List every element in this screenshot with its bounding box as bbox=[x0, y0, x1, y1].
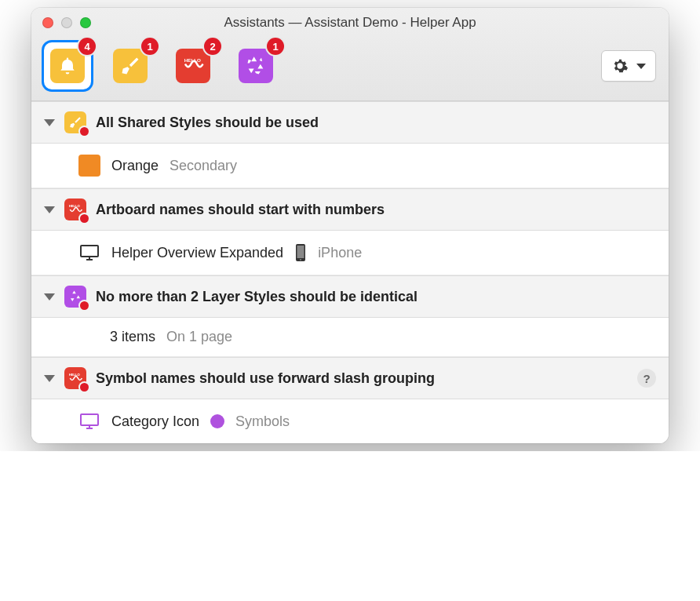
section-title: Artboard names should start with numbers bbox=[96, 202, 656, 218]
disclosure-triangle-icon[interactable] bbox=[44, 375, 55, 382]
tab-naming-badge: 2 bbox=[204, 38, 221, 55]
settings-menu-button[interactable] bbox=[601, 50, 656, 82]
page-dot-icon bbox=[210, 414, 224, 428]
warning-dot-icon bbox=[80, 301, 89, 310]
tab-naming[interactable]: HELLO 2 bbox=[170, 42, 217, 89]
window-title: Assistants — Assistant Demo - Helper App bbox=[31, 15, 669, 31]
section-title: All Shared Styles should be used bbox=[96, 115, 656, 131]
tab-all-badge: 4 bbox=[78, 38, 96, 55]
warning-dot-icon bbox=[80, 383, 89, 392]
artboard-icon bbox=[78, 242, 100, 264]
broom-icon bbox=[113, 49, 148, 83]
result-primary: 3 items bbox=[110, 329, 155, 345]
toolbar: 4 1 HELLO 2 bbox=[31, 38, 669, 100]
results-list: All Shared Styles should be used Orange … bbox=[31, 101, 669, 443]
tab-all[interactable]: 4 bbox=[44, 42, 91, 89]
warning-dot-icon bbox=[80, 127, 89, 136]
svg-text:HELLO: HELLO bbox=[69, 204, 81, 208]
tab-duplicates-badge: 1 bbox=[267, 38, 284, 55]
section-header[interactable]: No more than 2 Layer Styles should be id… bbox=[31, 275, 669, 318]
result-row[interactable]: Orange Secondary bbox=[31, 144, 669, 188]
iphone-icon bbox=[294, 242, 307, 264]
warning-dot-icon bbox=[80, 214, 89, 223]
hello-icon: HELLO bbox=[64, 199, 86, 220]
svg-rect-2 bbox=[81, 246, 98, 257]
titlebar-top: Assistants — Assistant Demo - Helper App bbox=[31, 8, 669, 38]
zoom-window-button[interactable] bbox=[80, 17, 91, 28]
tab-duplicates[interactable]: 1 bbox=[232, 42, 279, 89]
result-secondary: iPhone bbox=[318, 245, 362, 261]
section-title: Symbol names should use forward slash gr… bbox=[96, 370, 628, 387]
hello-icon: HELLO bbox=[176, 49, 210, 83]
section-header[interactable]: HELLO Symbol names should use forward sl… bbox=[31, 357, 669, 399]
result-primary: Category Icon bbox=[111, 413, 199, 430]
result-secondary: Symbols bbox=[235, 413, 290, 430]
disclosure-triangle-icon[interactable] bbox=[44, 206, 55, 213]
recycle-icon bbox=[64, 286, 86, 308]
color-swatch-icon bbox=[78, 155, 100, 177]
result-primary: Orange bbox=[111, 158, 159, 174]
broom-icon bbox=[64, 111, 86, 133]
help-button[interactable]: ? bbox=[637, 369, 656, 388]
bell-icon bbox=[50, 49, 85, 83]
svg-point-5 bbox=[300, 259, 301, 260]
disclosure-triangle-icon[interactable] bbox=[44, 119, 55, 126]
chevron-down-icon bbox=[636, 64, 646, 69]
minimize-window-button[interactable] bbox=[61, 17, 72, 28]
result-primary: Helper Overview Expanded bbox=[111, 245, 283, 261]
result-secondary: Secondary bbox=[170, 158, 237, 174]
result-row[interactable]: 3 items On 1 page bbox=[31, 318, 669, 357]
titlebar: Assistants — Assistant Demo - Helper App… bbox=[31, 8, 669, 101]
close-window-button[interactable] bbox=[42, 17, 53, 28]
section-title: No more than 2 Layer Styles should be id… bbox=[96, 289, 656, 305]
section-header[interactable]: HELLO Artboard names should start with n… bbox=[31, 188, 669, 231]
result-row[interactable]: Category Icon Symbols bbox=[31, 399, 669, 443]
symbol-artboard-icon bbox=[78, 410, 100, 432]
section-header[interactable]: All Shared Styles should be used bbox=[31, 101, 669, 144]
svg-rect-4 bbox=[297, 246, 304, 258]
assistant-tabs: 4 1 HELLO 2 bbox=[44, 42, 279, 89]
tab-styles[interactable]: 1 bbox=[107, 42, 154, 89]
svg-text:HELLO: HELLO bbox=[69, 373, 81, 377]
tab-styles-badge: 1 bbox=[141, 38, 159, 55]
svg-rect-7 bbox=[81, 414, 98, 425]
result-secondary: On 1 page bbox=[166, 329, 232, 345]
traffic-lights bbox=[42, 17, 91, 28]
result-row[interactable]: Helper Overview Expanded iPhone bbox=[31, 231, 669, 275]
disclosure-triangle-icon[interactable] bbox=[44, 293, 55, 300]
recycle-icon bbox=[239, 49, 273, 83]
gear-icon bbox=[611, 57, 629, 75]
hello-icon: HELLO bbox=[64, 367, 86, 389]
assistants-window: Assistants — Assistant Demo - Helper App… bbox=[31, 8, 669, 443]
